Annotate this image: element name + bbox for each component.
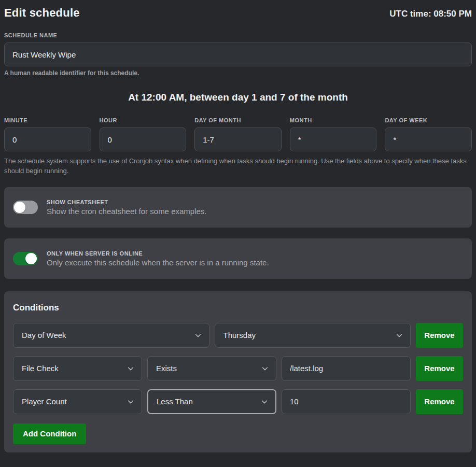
only-when-online-description: Only execute this schedule when the serv… — [47, 258, 269, 267]
only-when-online-label: ONLY WHEN SERVER IS ONLINE — [47, 250, 269, 257]
page-title: Edit schedule — [4, 6, 80, 20]
header: Edit schedule UTC time: 08:50 PM — [4, 6, 472, 20]
cron-field-month: MONTH — [290, 117, 377, 151]
toggle-knob — [14, 202, 25, 213]
show-cheatsheet-toggle[interactable] — [13, 201, 38, 214]
chevron-down-icon — [194, 332, 202, 339]
hour-label: HOUR — [100, 117, 187, 123]
month-input[interactable] — [290, 128, 377, 151]
chevron-down-icon — [127, 398, 134, 405]
condition-type-select[interactable]: Day of Week — [13, 323, 209, 348]
conditions-title: Conditions — [13, 303, 463, 313]
schedule-name-help: A human readable identifier for this sch… — [4, 69, 472, 77]
cheatsheet-card: SHOW CHEATSHEET Show the cron cheatsheet… — [4, 187, 472, 228]
condition-operator-select[interactable]: Less Than — [147, 389, 276, 414]
cron-field-minute: MINUTE — [4, 117, 91, 151]
cron-field-day-of-month: DAY OF MONTH — [194, 117, 282, 151]
toggle-knob — [25, 253, 37, 264]
cron-fields: MINUTE HOUR DAY OF MONTH MONTH DAY OF WE… — [4, 117, 472, 151]
select-value: Player Count — [22, 397, 67, 406]
edit-schedule-page: Edit schedule UTC time: 08:50 PM SCHEDUL… — [0, 0, 476, 452]
cron-field-day-of-week: DAY OF WEEK — [385, 117, 472, 151]
select-value: Less Than — [157, 397, 193, 406]
day-of-month-label: DAY OF MONTH — [194, 117, 282, 123]
chevron-down-icon — [261, 398, 268, 405]
condition-type-select[interactable]: File Check — [13, 356, 142, 381]
utc-time-label: UTC time: 08:50 PM — [389, 9, 472, 19]
add-condition-button[interactable]: Add Condition — [13, 423, 86, 444]
cron-help-text: The schedule system supports the use of … — [4, 157, 472, 176]
condition-value-select[interactable]: Thursday — [215, 323, 411, 348]
remove-condition-button[interactable]: Remove — [416, 323, 463, 348]
hour-input[interactable] — [100, 128, 187, 151]
cron-field-hour: HOUR — [100, 117, 187, 151]
minute-label: MINUTE — [4, 117, 91, 123]
schedule-name-section: SCHEDULE NAME A human readable identifie… — [4, 32, 472, 77]
day-of-week-label: DAY OF WEEK — [385, 117, 472, 123]
conditions-card: Conditions Day of Week Thursday Remove F… — [4, 291, 472, 452]
condition-row: Player Count Less Than Remove — [13, 389, 463, 414]
show-cheatsheet-label: SHOW CHEATSHEET — [47, 199, 207, 205]
cron-summary: At 12:00 AM, between day 1 and 7 of the … — [4, 92, 472, 103]
condition-value-input[interactable] — [282, 389, 411, 414]
remove-condition-button[interactable]: Remove — [416, 356, 463, 381]
condition-value-input[interactable] — [282, 356, 411, 381]
show-cheatsheet-description: Show the cron cheatsheet for some exampl… — [47, 207, 207, 216]
schedule-name-input[interactable] — [4, 43, 472, 66]
chevron-down-icon — [261, 365, 269, 372]
condition-row: Day of Week Thursday Remove — [13, 323, 463, 348]
only-when-online-toggle[interactable] — [13, 252, 38, 265]
chevron-down-icon — [127, 365, 134, 372]
month-label: MONTH — [290, 117, 377, 123]
select-value: Exists — [156, 364, 177, 373]
day-of-month-input[interactable] — [194, 128, 282, 151]
day-of-week-input[interactable] — [385, 128, 472, 151]
schedule-name-label: SCHEDULE NAME — [4, 32, 472, 38]
chevron-down-icon — [396, 332, 403, 339]
remove-condition-button[interactable]: Remove — [416, 389, 463, 414]
minute-input[interactable] — [4, 128, 91, 151]
select-value: File Check — [22, 364, 59, 373]
select-value: Thursday — [223, 331, 256, 339]
cheatsheet-toggle-text: SHOW CHEATSHEET Show the cron cheatsheet… — [47, 199, 207, 216]
condition-operator-select[interactable]: Exists — [147, 356, 276, 381]
server-online-toggle-text: ONLY WHEN SERVER IS ONLINE Only execute … — [47, 250, 269, 267]
condition-type-select[interactable]: Player Count — [13, 389, 142, 414]
condition-row: File Check Exists Remove — [13, 356, 463, 381]
select-value: Day of Week — [22, 331, 66, 339]
server-online-card: ONLY WHEN SERVER IS ONLINE Only execute … — [4, 238, 472, 279]
